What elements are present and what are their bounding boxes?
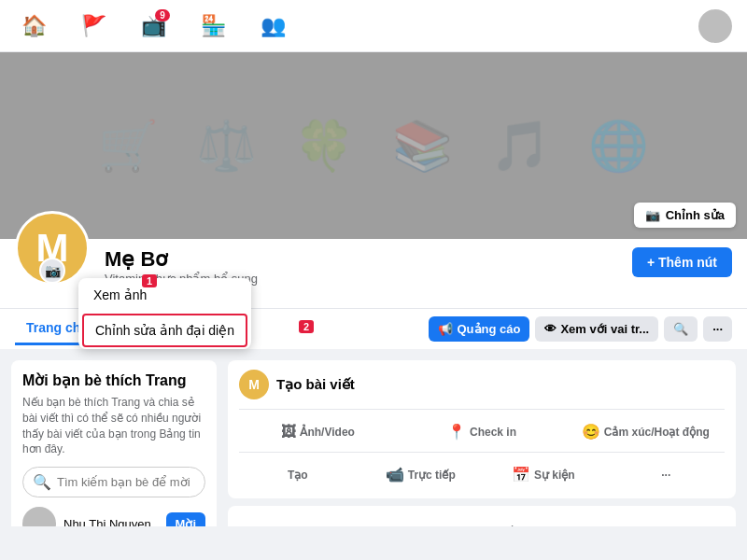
right-column: M Tạo bài viết 🖼 Ảnh/Video 📍 Check in 😊 … bbox=[228, 360, 736, 515]
main-content: Mời bạn bè thích Trang Nếu bạn bè thích … bbox=[0, 349, 747, 526]
tab-actions: 📢 Quảng cáo 👁 Xem với vai tr... 🔍 ··· bbox=[429, 316, 732, 342]
tao-label: Tạo bbox=[288, 469, 308, 482]
invite-button[interactable]: Mời bbox=[166, 512, 205, 526]
avatar-camera-button[interactable]: 📷 bbox=[39, 258, 65, 284]
mood-icon: 😊 bbox=[582, 423, 600, 441]
label-1: 1 bbox=[142, 274, 157, 287]
add-button-label: + Thêm nút bbox=[647, 255, 717, 270]
create-post-title: Tạo bài viết bbox=[276, 376, 355, 393]
no-posts-label: Chưa có bài viết nào bbox=[421, 525, 543, 526]
cover-edit-button[interactable]: 📷 Chỉnh sửa bbox=[634, 203, 736, 228]
xemvai-icon: 👁 bbox=[544, 322, 557, 336]
checkin-label: Check in bbox=[470, 426, 516, 439]
checkin-button[interactable]: 📍 Check in bbox=[402, 417, 560, 446]
no-posts-message: Chưa có bài viết nào bbox=[228, 506, 736, 526]
friend-invite-desc: Nếu bạn bè thích Trang và chia sẻ bài vi… bbox=[22, 395, 205, 457]
event-icon: 📅 bbox=[512, 466, 530, 483]
xemvai-label: Xem với vai tr... bbox=[560, 322, 649, 336]
photo-video-button[interactable]: 🖼 Ảnh/Video bbox=[239, 417, 397, 446]
video-nav-icon[interactable]: 📺 9 bbox=[134, 7, 172, 45]
friend-name: Nhu Thi Nguyen bbox=[63, 517, 159, 526]
profile-section: M 📷 Mẹ Bơ Vitamin/Thực phẩm bổ sung + Th… bbox=[0, 239, 747, 308]
context-menu: Xem ảnh Chỉnh sửa ảnh đại diện bbox=[78, 278, 251, 349]
live-icon: 📹 bbox=[386, 466, 404, 483]
quangcao-label: Quảng cáo bbox=[457, 322, 520, 336]
left-column: Mời bạn bè thích Trang Nếu bạn bè thích … bbox=[11, 360, 217, 515]
cover-watermarks: 🛒 ⚖️ 🍀 📚 🎵 🌐 bbox=[98, 118, 649, 175]
more-post-button[interactable]: ··· bbox=[608, 460, 726, 489]
home-nav-icon[interactable]: 🏠 bbox=[15, 7, 52, 45]
search-friends-input[interactable] bbox=[57, 475, 195, 489]
checkin-icon: 📍 bbox=[447, 423, 466, 441]
tructiep-label: Trực tiếp bbox=[408, 469, 456, 482]
post-actions: 🖼 Ảnh/Video 📍 Check in 😊 Cảm xúc/Hoạt độ… bbox=[239, 409, 725, 446]
video-badge: 9 bbox=[155, 9, 170, 21]
quangcao-button[interactable]: 📢 Quảng cáo bbox=[429, 316, 529, 342]
cover-photo: 🛒 ⚖️ 🍀 📚 🎵 🌐 📷 Chỉnh sửa bbox=[0, 52, 747, 239]
create-post-header: M Tạo bài viết bbox=[239, 370, 725, 399]
camera-icon: 📷 bbox=[645, 208, 660, 222]
mood-button[interactable]: 😊 Cảm xúc/Hoạt động bbox=[567, 417, 725, 446]
search-tab-button[interactable]: 🔍 bbox=[664, 316, 698, 342]
quangcao-icon: 📢 bbox=[438, 322, 453, 336]
more-label: ··· bbox=[661, 469, 670, 482]
label-2: 2 bbox=[299, 320, 314, 333]
photo-video-label: Ảnh/Video bbox=[300, 426, 354, 439]
post-bottom-actions: Tạo 📹 Trực tiếp 📅 Sự kiện ··· bbox=[239, 452, 725, 489]
people-nav-icon[interactable]: 👥 bbox=[254, 7, 291, 45]
add-button[interactable]: + Thêm nút bbox=[632, 247, 732, 277]
profile-name: Mẹ Bơ bbox=[105, 247, 617, 272]
create-post-box: M Tạo bài viết 🖼 Ảnh/Video 📍 Check in 😊 … bbox=[228, 360, 736, 498]
friend-invite-box: Mời bạn bè thích Trang Nếu bạn bè thích … bbox=[11, 360, 217, 526]
mood-label: Cảm xúc/Hoạt động bbox=[604, 426, 710, 439]
cover-edit-label: Chỉnh sửa bbox=[666, 208, 725, 222]
top-navigation: 🏠 🚩 📺 9 🏪 👥 bbox=[0, 0, 747, 52]
search-friends-container[interactable]: 🔍 bbox=[22, 467, 205, 497]
sukien-button[interactable]: 📅 Sự kiện bbox=[485, 460, 602, 489]
user-avatar[interactable] bbox=[698, 9, 732, 43]
context-menu-view-label: Xem ảnh bbox=[93, 287, 147, 302]
friend-avatar bbox=[22, 507, 56, 526]
context-menu-item-edit-photo[interactable]: Chỉnh sửa ảnh đại diện bbox=[82, 314, 247, 347]
xemvai-button[interactable]: 👁 Xem với vai tr... bbox=[535, 316, 658, 342]
more-tab-button[interactable]: ··· bbox=[703, 316, 732, 342]
friend-row: Nhu Thi Nguyen Mời bbox=[22, 507, 205, 526]
nav-left-icons: 🏠 🚩 📺 9 🏪 👥 bbox=[15, 7, 291, 45]
friend-invite-title: Mời bạn bè thích Trang bbox=[22, 371, 205, 389]
tructiep-button[interactable]: 📹 Trực tiếp bbox=[362, 460, 480, 489]
context-menu-edit-label: Chỉnh sửa ảnh đại diện bbox=[95, 323, 234, 338]
flag-nav-icon[interactable]: 🚩 bbox=[75, 7, 112, 45]
create-post-avatar: M bbox=[239, 370, 269, 399]
store-nav-icon[interactable]: 🏪 bbox=[194, 7, 232, 45]
context-menu-item-view-photo[interactable]: Xem ảnh bbox=[78, 278, 251, 312]
tao-button[interactable]: Tạo bbox=[239, 460, 357, 489]
sukien-label: Sự kiện bbox=[534, 469, 575, 482]
photo-icon: 🖼 bbox=[281, 424, 296, 441]
avatar-container: M 📷 bbox=[15, 211, 90, 286]
search-icon: 🔍 bbox=[33, 473, 51, 491]
